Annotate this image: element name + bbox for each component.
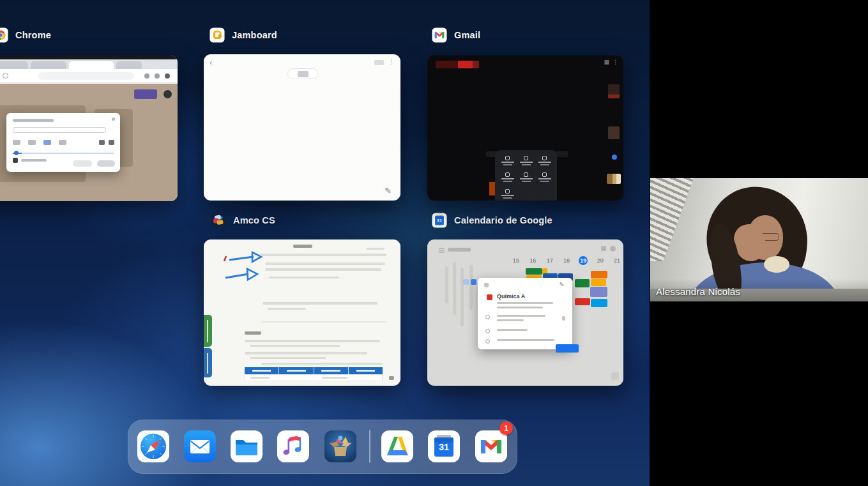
participant-thumbnail bbox=[608, 84, 620, 98]
app-card-gmail[interactable]: ▦ ⋮ bbox=[427, 56, 623, 201]
calendar-dates-row: 15161718192021 bbox=[512, 256, 621, 265]
dialog-secondary-button bbox=[73, 160, 92, 167]
gmail-notification-badge: 1 bbox=[499, 421, 513, 435]
side-tab-green bbox=[204, 315, 212, 347]
calendar-date: 15 bbox=[512, 256, 521, 265]
app-label-google-calendar: 31 Calendario de Google bbox=[432, 213, 552, 228]
dock-music[interactable] bbox=[277, 430, 310, 463]
meet-menu-item bbox=[517, 155, 535, 170]
meet-menu-item bbox=[536, 155, 553, 170]
more-menu-icon: ⋮ bbox=[388, 57, 395, 66]
edit-pencil-icon: ✎ bbox=[560, 281, 565, 288]
page-accent-button bbox=[134, 89, 157, 99]
app-label-gmail: Gmail bbox=[432, 27, 480, 43]
dock-gmail[interactable] bbox=[475, 430, 508, 463]
amco-cs-icon bbox=[211, 213, 226, 228]
video-call-panel: Alessandra Nicolás bbox=[650, 0, 868, 486]
calendar-day-number: 31 bbox=[427, 442, 461, 452]
popup-blue-button bbox=[556, 344, 579, 353]
profile-avatar bbox=[164, 90, 172, 98]
dialog-primary-button bbox=[97, 160, 115, 167]
app-label-text: Chrome bbox=[15, 30, 51, 40]
side-tab-blue bbox=[204, 348, 212, 377]
dock-mail[interactable] bbox=[183, 430, 217, 463]
jamboard-toolbar-icon bbox=[374, 60, 384, 65]
app-label-jamboard: Jamboard bbox=[209, 27, 277, 43]
participant-name-tag: Alessandra Nicolás bbox=[656, 286, 740, 297]
jamboard-icon bbox=[209, 27, 225, 43]
pencil-icon: ✎ bbox=[385, 186, 392, 195]
meet-menu-item bbox=[499, 171, 516, 186]
document-table-header bbox=[245, 367, 383, 374]
event-color-square bbox=[487, 294, 492, 300]
meet-orange-tile bbox=[489, 182, 495, 195]
meet-menu-item bbox=[499, 155, 516, 170]
gmail-icon bbox=[432, 27, 447, 43]
event-title: Química A bbox=[497, 293, 525, 300]
meet-menu-item bbox=[499, 188, 516, 201]
chrome-icon bbox=[0, 27, 8, 43]
calendar-event-block bbox=[526, 268, 542, 275]
account-avatar bbox=[610, 246, 616, 252]
calendar-date: 17 bbox=[545, 256, 554, 265]
app-card-google-calendar[interactable]: 15161718192021 ✎ Química A bbox=[427, 239, 623, 386]
chrome-toolbar bbox=[0, 69, 178, 83]
calendar-date: 20 bbox=[596, 256, 605, 265]
calendar-date: 19 bbox=[579, 256, 588, 265]
back-arrow-icon: ‹ bbox=[209, 57, 212, 67]
app-label-amco-cs: Amco CS bbox=[211, 213, 275, 228]
calendar-date: 21 bbox=[613, 256, 621, 265]
window-blinds bbox=[650, 178, 694, 261]
apps-grid-icon bbox=[601, 246, 606, 251]
dock-safari[interactable] bbox=[137, 430, 170, 463]
calendar-event-block bbox=[591, 271, 607, 278]
calendar-event-block bbox=[575, 298, 590, 305]
participant-thumbnail bbox=[608, 126, 620, 139]
calendar-date: 18 bbox=[562, 256, 571, 265]
participant-thumbnail bbox=[607, 174, 621, 184]
app-card-chrome[interactable] bbox=[0, 56, 178, 201]
dialog-url-field bbox=[13, 127, 106, 133]
menu-dots-icon: ⋮ bbox=[613, 59, 618, 65]
dock: 31 1 bbox=[128, 420, 517, 474]
meet-menu-grid bbox=[495, 150, 557, 201]
participant-video-tile[interactable]: Alessandra Nicolás bbox=[650, 178, 868, 301]
calendar-event-block bbox=[575, 279, 590, 287]
calendar-date: 16 bbox=[528, 256, 537, 265]
overflow-icon: ▦ bbox=[604, 59, 609, 65]
meet-menu-item bbox=[517, 171, 535, 186]
meet-blue-dot bbox=[612, 155, 617, 160]
dock-google-drive[interactable] bbox=[381, 430, 414, 463]
calendar-event-block bbox=[591, 279, 606, 286]
calendar-day-number: 31 bbox=[432, 218, 447, 223]
shared-screen-app-switcher: Chrome Jamboard Gmail Amco CS 31 Calenda… bbox=[0, 0, 650, 486]
recording-pill bbox=[436, 61, 479, 68]
meet-menu-item bbox=[536, 171, 553, 186]
participant-collar bbox=[764, 256, 789, 273]
dock-google-calendar[interactable]: 31 bbox=[427, 430, 461, 463]
dialog-slider bbox=[13, 153, 114, 154]
app-label-chrome: Chrome bbox=[0, 27, 51, 43]
chrome-page-content bbox=[0, 84, 178, 201]
app-label-text: Amco CS bbox=[233, 215, 275, 225]
calendar-event-block bbox=[591, 299, 607, 307]
frame-selector bbox=[287, 68, 318, 79]
calendar-event-block bbox=[590, 287, 607, 297]
document-table-row bbox=[245, 374, 383, 381]
dock-divider bbox=[369, 430, 370, 463]
app-card-amco-cs[interactable] bbox=[204, 239, 400, 386]
calendar-event-popup: ✎ Química A bbox=[478, 278, 572, 349]
app-card-jamboard[interactable]: ‹ ⋮ ✎ bbox=[204, 54, 400, 201]
screen: Chrome Jamboard Gmail Amco CS 31 Calenda… bbox=[0, 0, 868, 486]
google-calendar-icon: 31 bbox=[432, 213, 447, 228]
chrome-tab-strip bbox=[0, 59, 178, 69]
chrome-dialog bbox=[6, 113, 120, 172]
app-label-text: Jamboard bbox=[232, 30, 277, 40]
dock-files[interactable] bbox=[230, 430, 263, 463]
dock-self-service[interactable] bbox=[324, 430, 357, 463]
app-label-text: Gmail bbox=[454, 30, 480, 40]
app-label-text: Calendario de Google bbox=[454, 215, 552, 225]
